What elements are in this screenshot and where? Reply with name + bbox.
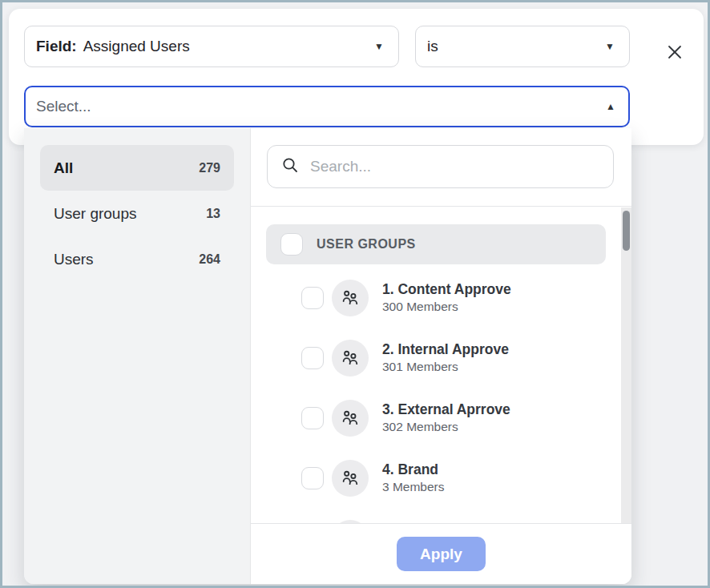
group-members: 3 Members: [382, 479, 445, 496]
search-box[interactable]: [267, 145, 614, 188]
operator-select[interactable]: is ▼: [415, 26, 630, 67]
avatar: [332, 280, 369, 316]
list-item[interactable]: 2. Internal Approve 301 Members: [301, 340, 606, 377]
group-checkbox[interactable]: [301, 347, 324, 369]
select-all-groups-checkbox[interactable]: [280, 233, 303, 256]
operator-select-value: is: [427, 38, 438, 55]
group-members: 302 Members: [382, 419, 510, 436]
filter-card: Field: Assigned Users ▼ is ▼ Select... ▲: [9, 9, 704, 145]
caret-down-icon: ▼: [605, 42, 615, 51]
list-item[interactable]: 4. Brand 3 Members: [301, 460, 606, 497]
users-group-icon: [340, 348, 361, 369]
category-label: All: [54, 159, 73, 177]
group-checkbox[interactable]: [301, 467, 324, 489]
popover-footer: Apply: [251, 523, 631, 584]
search-input[interactable]: [310, 158, 602, 175]
avatar: [332, 520, 369, 523]
field-select-value: Assigned Users: [83, 38, 190, 55]
category-count: 264: [199, 252, 220, 267]
category-label: User groups: [54, 205, 137, 223]
close-icon: [665, 42, 684, 64]
section-header-label: USER GROUPS: [317, 237, 416, 252]
group-members: 301 Members: [382, 359, 509, 376]
close-filter-button[interactable]: [657, 35, 692, 70]
results-panel: USER GROUPS 1. Content Approve 300 Membe…: [251, 128, 631, 584]
group-checkbox[interactable]: [301, 287, 324, 309]
field-select[interactable]: Field: Assigned Users ▼: [24, 26, 399, 67]
users-group-icon: [340, 408, 361, 429]
group-title: 4. Brand: [382, 461, 445, 480]
select-dropdown-popover: All 279 User groups 13 Users 264: [24, 128, 631, 584]
caret-down-icon: ▼: [374, 42, 384, 51]
list-item[interactable]: 1. Content Approve 300 Members: [301, 280, 606, 316]
group-title: 1. Content Approve: [382, 280, 511, 300]
list-item[interactable]: 3. External Aprrove 302 Members: [301, 400, 606, 437]
group-title: 2. Internal Approve: [382, 340, 509, 360]
caret-up-icon: ▲: [606, 102, 615, 111]
group-text: 2. Internal Approve 301 Members: [382, 340, 509, 377]
user-groups-section-header[interactable]: USER GROUPS: [266, 224, 606, 264]
group-title: 3. External Aprrove: [382, 401, 510, 420]
list-item-partial: [301, 520, 606, 523]
value-select[interactable]: Select... ▲: [24, 86, 630, 127]
group-text: 4. Brand 3 Members: [382, 461, 445, 497]
scrollbar[interactable]: [621, 207, 631, 523]
users-group-icon: [340, 468, 361, 489]
results-scroll-area[interactable]: USER GROUPS 1. Content Approve 300 Membe…: [251, 207, 631, 523]
value-select-placeholder: Select...: [36, 98, 91, 115]
category-user-groups[interactable]: User groups 13: [40, 191, 234, 236]
users-group-icon: [340, 288, 361, 308]
category-panel: All 279 User groups 13 Users 264: [24, 128, 251, 584]
search-icon: [280, 155, 300, 178]
category-users[interactable]: Users 264: [40, 236, 234, 282]
category-count: 13: [206, 207, 220, 221]
search-area: [251, 128, 631, 206]
apply-button[interactable]: Apply: [397, 537, 486, 571]
scrollbar-thumb[interactable]: [623, 211, 630, 251]
category-label: Users: [54, 251, 94, 268]
category-count: 279: [199, 161, 220, 175]
group-members: 300 Members: [382, 299, 511, 316]
group-text: 1. Content Approve 300 Members: [382, 280, 511, 316]
avatar: [332, 460, 369, 497]
group-text: 3. External Aprrove 302 Members: [382, 401, 510, 437]
field-select-label: Field:: [36, 38, 77, 55]
avatar: [332, 340, 369, 377]
avatar: [332, 400, 369, 437]
group-checkbox[interactable]: [301, 407, 324, 429]
results-list: USER GROUPS 1. Content Approve 300 Membe…: [251, 207, 620, 523]
category-all[interactable]: All 279: [40, 145, 234, 191]
